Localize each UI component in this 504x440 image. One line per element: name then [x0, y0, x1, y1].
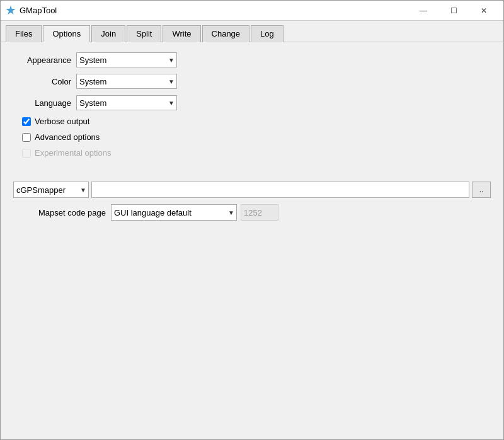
- language-select-wrapper: System English German French: [76, 95, 177, 110]
- verbose-row: Verbose output: [22, 117, 491, 126]
- verbose-label[interactable]: Verbose output: [35, 117, 89, 126]
- cgps-select[interactable]: cGPSmapper: [13, 182, 89, 198]
- advanced-checkbox[interactable]: [22, 133, 31, 142]
- mapset-label: Mapset code page: [38, 208, 106, 217]
- mapset-row: Mapset code page GUI language default UT…: [13, 204, 491, 221]
- advanced-label[interactable]: Advanced options: [35, 132, 100, 142]
- title-bar: GMapTool — ☐ ✕: [1, 1, 503, 21]
- tab-options[interactable]: Options: [43, 25, 90, 42]
- tab-split[interactable]: Split: [127, 25, 161, 42]
- cgps-select-wrapper: cGPSmapper: [13, 182, 89, 198]
- window-title: GMapTool: [20, 6, 57, 15]
- color-label: Color: [13, 77, 76, 86]
- color-row: Color System Default Custom: [13, 74, 491, 89]
- experimental-row: Experimental options: [22, 148, 491, 158]
- spacer: [13, 164, 491, 171]
- bottom-section: cGPSmapper .. Mapset code page GUI langu…: [13, 182, 491, 221]
- close-button[interactable]: ✕: [469, 3, 498, 19]
- codepage-input: [241, 204, 278, 221]
- path-input[interactable]: [91, 182, 469, 198]
- language-row: Language System English German French: [13, 95, 491, 110]
- appearance-select-wrapper: System Light Dark: [76, 52, 177, 67]
- color-select-wrapper: System Default Custom: [76, 74, 177, 89]
- app-icon: [6, 6, 16, 16]
- color-select[interactable]: System Default Custom: [76, 74, 177, 89]
- tab-log[interactable]: Log: [251, 25, 284, 42]
- tab-change[interactable]: Change: [202, 25, 250, 42]
- mapset-select[interactable]: GUI language default UTF-8 Windows-1252: [111, 204, 237, 221]
- appearance-select[interactable]: System Light Dark: [76, 52, 177, 67]
- advanced-row: Advanced options: [22, 132, 491, 142]
- title-bar-controls: — ☐ ✕: [409, 3, 498, 19]
- experimental-label: Experimental options: [35, 148, 111, 158]
- tab-bar: Files Options Join Split Write Change Lo…: [1, 21, 503, 42]
- language-label: Language: [13, 98, 76, 108]
- tab-join[interactable]: Join: [91, 25, 125, 42]
- tab-files[interactable]: Files: [6, 25, 42, 42]
- tab-write[interactable]: Write: [163, 25, 200, 42]
- main-window: GMapTool — ☐ ✕ Files Options Join Split …: [0, 0, 504, 440]
- cgps-row: cGPSmapper ..: [13, 182, 491, 198]
- experimental-checkbox: [22, 149, 31, 158]
- maximize-button[interactable]: ☐: [439, 3, 468, 19]
- minimize-button[interactable]: —: [409, 3, 438, 19]
- mapset-select-wrapper: GUI language default UTF-8 Windows-1252: [111, 204, 237, 221]
- appearance-label: Appearance: [13, 55, 76, 65]
- options-content: Appearance System Light Dark Color Syste…: [1, 42, 503, 439]
- title-bar-left: GMapTool: [6, 6, 57, 16]
- browse-button[interactable]: ..: [472, 182, 491, 198]
- verbose-checkbox[interactable]: [22, 117, 31, 126]
- appearance-row: Appearance System Light Dark: [13, 52, 491, 67]
- language-select[interactable]: System English German French: [76, 95, 177, 110]
